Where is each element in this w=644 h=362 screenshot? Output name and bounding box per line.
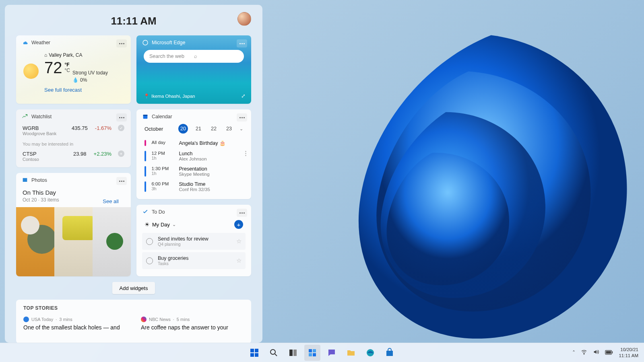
todo-icon xyxy=(142,209,149,215)
photos-subtitle: Oct 20 · 33 items xyxy=(23,197,59,203)
calendar-event[interactable]: 12 PM1h LunchAlex Johnson xyxy=(136,148,251,164)
star-icon[interactable]: ☆ xyxy=(236,257,242,264)
calendar-day[interactable]: 22 xyxy=(209,124,219,134)
tray-overflow-icon[interactable]: ˄ xyxy=(572,350,575,356)
temp-unit-toggle[interactable]: °F°C xyxy=(65,62,70,74)
rain-chance: 💧0% xyxy=(72,77,108,83)
photos-widget[interactable]: Photos On This Day Oct 20 · 33 items See… xyxy=(16,173,131,276)
calendar-more-button[interactable] xyxy=(237,113,247,121)
todo-more-button[interactable] xyxy=(237,209,247,217)
calendar-day[interactable]: 20 xyxy=(178,124,188,134)
watchlist-more-button[interactable] xyxy=(116,113,127,121)
svg-rect-5 xyxy=(250,353,254,357)
weather-title: Weather xyxy=(31,40,50,45)
start-button[interactable] xyxy=(246,345,262,361)
task-view-button[interactable] xyxy=(285,345,301,361)
top-stories-card: TOP STORIES USA Today · 3 mins One of th… xyxy=(16,300,251,343)
todo-widget[interactable]: To Do ☀ My Day ⌄ + Send invites for revi… xyxy=(136,205,251,276)
source-badge xyxy=(141,317,147,322)
store-button[interactable] xyxy=(382,345,398,361)
svg-rect-18 xyxy=(606,351,611,354)
svg-rect-4 xyxy=(255,349,258,352)
svg-rect-10 xyxy=(309,349,312,352)
check-icon[interactable]: ✓ xyxy=(118,125,124,131)
calendar-day[interactable]: 21 xyxy=(194,124,203,134)
pin-icon: 📍 xyxy=(144,93,149,99)
todo-task[interactable]: Send invites for reviewQ4 planning ☆ xyxy=(142,233,246,250)
star-icon[interactable]: ☆ xyxy=(236,238,242,245)
chevron-down-icon[interactable]: ⌄ xyxy=(172,222,176,227)
news-story[interactable]: USA Today · 3 mins One of the smallest b… xyxy=(23,317,126,331)
see-all-link[interactable]: See all xyxy=(103,198,119,204)
image-location: 📍Ikema Ohashi, Japan xyxy=(144,93,195,99)
calendar-month[interactable]: October xyxy=(144,126,163,132)
todo-task[interactable]: Buy groceriesTasks ☆ xyxy=(142,252,246,269)
photo-thumbnail[interactable] xyxy=(54,207,93,276)
expand-icon[interactable]: ⤢ xyxy=(241,93,246,99)
edge-more-button[interactable] xyxy=(237,39,247,47)
weather-widget[interactable]: Weather ⌂Valley Park, CA 72 °F°C Strong … xyxy=(16,35,131,104)
calendar-event[interactable]: 1:30 PM1h PresentationSkype Meeting xyxy=(136,164,251,179)
calendar-event[interactable]: All day Angela's Birthday 🎂 xyxy=(136,138,251,148)
stock-row[interactable]: CTSP 23.98 +2.23% + Contoso xyxy=(16,148,131,164)
photos-heading: On This Day xyxy=(23,189,124,196)
calendar-widget[interactable]: Calendar October 20 21 22 23 ⌄ All day A… xyxy=(136,109,251,199)
panel-clock: 11:11 AM xyxy=(111,15,156,27)
svg-rect-9 xyxy=(293,350,297,356)
svg-point-0 xyxy=(143,40,148,45)
wifi-icon[interactable] xyxy=(581,349,587,356)
file-explorer-button[interactable] xyxy=(343,345,359,361)
taskbar: ˄ 10/20/2111:11 AM xyxy=(0,343,644,362)
svg-rect-13 xyxy=(313,353,316,356)
search-button[interactable] xyxy=(266,345,282,361)
weather-location: ⌂Valley Park, CA xyxy=(44,52,108,58)
edge-widget[interactable]: Microsoft Edge Search the web ⌕ 📍Ikema O… xyxy=(136,35,251,104)
edge-button[interactable] xyxy=(362,345,378,361)
svg-point-7 xyxy=(270,350,275,354)
calendar-event[interactable]: 6:00 PM3h Studio TimeConf Rm 32/35 xyxy=(136,179,251,194)
svg-point-16 xyxy=(584,354,584,354)
todo-list-name[interactable]: My Day xyxy=(152,222,170,228)
svg-rect-15 xyxy=(386,351,393,356)
web-search-input[interactable]: Search the web ⌕ xyxy=(144,50,244,63)
see-forecast-link[interactable]: See full forecast xyxy=(16,84,131,99)
add-task-button[interactable]: + xyxy=(234,220,243,229)
sun-icon: ☀ xyxy=(144,221,150,228)
weather-icon xyxy=(22,39,28,46)
photos-icon xyxy=(22,177,28,183)
battery-icon[interactable] xyxy=(605,350,613,356)
taskbar-clock[interactable]: 10/20/2111:11 AM xyxy=(619,347,638,358)
svg-rect-11 xyxy=(313,349,316,352)
sun-icon xyxy=(23,64,39,79)
photos-more-button[interactable] xyxy=(116,177,127,185)
user-avatar[interactable] xyxy=(237,12,251,26)
watchlist-widget[interactable]: Watchlist WGRB 435.75 -1.67% ✓ Woodgrove… xyxy=(16,109,131,167)
todo-title: To Do xyxy=(152,209,165,215)
photo-thumbnail[interactable] xyxy=(16,207,54,276)
edge-icon xyxy=(142,39,149,46)
volume-icon[interactable] xyxy=(593,349,599,356)
widgets-button[interactable] xyxy=(304,345,320,361)
task-checkbox[interactable] xyxy=(146,257,153,264)
calendar-day[interactable]: 23 xyxy=(224,124,234,134)
news-story[interactable]: NBC News · 5 mins Are coffee naps the an… xyxy=(141,317,244,331)
add-widgets-button[interactable]: Add widgets xyxy=(112,282,155,294)
svg-rect-12 xyxy=(309,353,312,356)
edge-title: Microsoft Edge xyxy=(152,40,185,45)
weather-more-button[interactable] xyxy=(116,39,127,47)
photo-thumbnail[interactable] xyxy=(93,207,131,276)
svg-rect-2 xyxy=(143,115,148,116)
event-drag-handle[interactable] xyxy=(245,151,246,156)
calendar-icon xyxy=(142,113,149,120)
stock-row[interactable]: WGRB 435.75 -1.67% ✓ Woodgrove Bank xyxy=(16,122,131,138)
svg-rect-3 xyxy=(250,349,254,352)
weather-temp: 72 xyxy=(44,60,62,76)
chevron-down-icon[interactable]: ⌄ xyxy=(239,126,243,132)
watchlist-title: Watchlist xyxy=(31,114,52,119)
svg-rect-8 xyxy=(289,350,293,356)
add-icon[interactable]: + xyxy=(118,150,124,157)
chat-button[interactable] xyxy=(324,345,340,361)
calendar-title: Calendar xyxy=(152,114,172,119)
task-checkbox[interactable] xyxy=(146,238,153,245)
svg-rect-19 xyxy=(612,351,613,353)
